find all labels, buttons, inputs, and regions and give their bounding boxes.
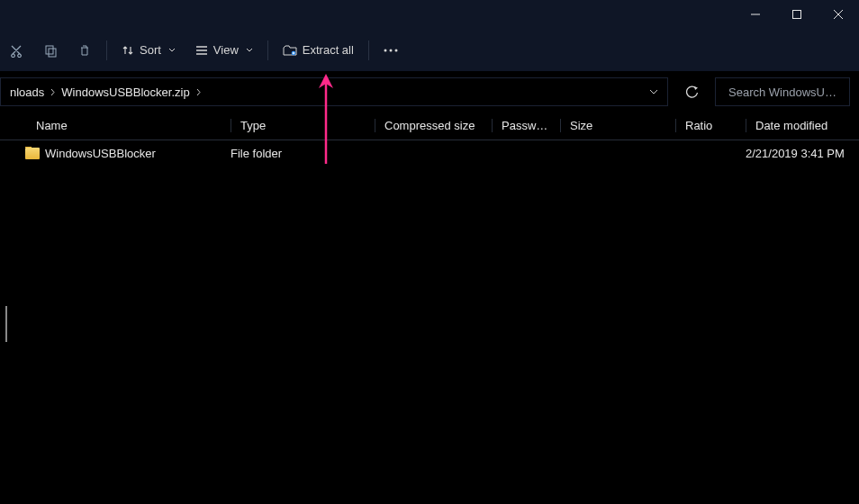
column-headers: Name Type Compressed size Password … Siz… [0,112,859,140]
copy-icon [43,43,58,58]
column-header-size[interactable]: Size [560,119,675,132]
view-label: View [213,43,239,57]
column-header-name[interactable]: Name [36,119,231,132]
chevron-right-icon[interactable] [48,88,58,96]
toolbar-separator [106,40,107,60]
item-type: File folder [231,147,375,160]
column-header-ratio[interactable]: Ratio [675,119,746,132]
column-header-type[interactable]: Type [231,119,375,132]
extract-icon [283,44,297,57]
chevron-right-icon[interactable] [194,88,203,96]
column-header-password[interactable]: Password … [492,119,560,132]
sort-icon [122,44,134,57]
more-icon [384,49,398,52]
breadcrumb-segment[interactable]: nloads [6,86,48,99]
delete-button[interactable] [68,34,101,67]
extractall-button[interactable]: Extract all [274,34,363,67]
more-button[interactable] [375,34,407,67]
breadcrumb[interactable]: nloads WindowsUSBBlocker.zip [0,77,668,106]
svg-rect-1 [46,46,53,54]
view-icon [195,45,208,56]
titlebar [0,0,859,29]
close-button[interactable] [818,0,859,29]
svg-rect-0 [793,11,801,19]
trash-icon [77,43,92,58]
toolbar: Sort View Extract all [0,29,859,72]
refresh-icon [685,86,699,99]
sort-label: Sort [140,43,161,57]
search-input[interactable] [728,86,859,99]
file-list: WindowsUSBBlocker File folder 2/21/2019 … [0,140,859,504]
maximize-button[interactable] [776,0,818,29]
extractall-label: Extract all [303,43,354,57]
cut-button[interactable] [0,34,32,67]
minimize-button[interactable] [735,0,776,29]
item-name: WindowsUSBBlocker [45,147,156,160]
chevron-down-icon[interactable] [649,88,658,95]
scrollbar-thumb[interactable] [5,306,7,342]
list-item[interactable]: WindowsUSBBlocker File folder 2/21/2019 … [0,140,859,166]
view-button[interactable]: View [186,34,262,67]
chevron-down-icon [246,47,253,54]
toolbar-separator [267,40,268,60]
breadcrumb-segment[interactable]: WindowsUSBBlocker.zip [58,86,193,99]
toolbar-separator [368,40,369,60]
svg-point-5 [389,49,392,51]
refresh-button[interactable] [675,77,708,106]
svg-point-4 [384,49,386,51]
addressbar-row: nloads WindowsUSBBlocker.zip [0,72,859,112]
folder-icon [25,148,40,159]
chevron-down-icon [168,47,176,54]
cut-icon [9,43,23,58]
item-date: 2/21/2019 3:41 PM [746,147,859,160]
sort-button[interactable]: Sort [113,34,185,67]
column-header-compressed-size[interactable]: Compressed size [375,119,492,132]
column-header-date[interactable]: Date modified [746,119,859,132]
svg-point-6 [394,49,397,51]
svg-rect-2 [49,49,56,57]
search-box[interactable] [715,77,850,106]
copy-button[interactable] [34,34,67,67]
